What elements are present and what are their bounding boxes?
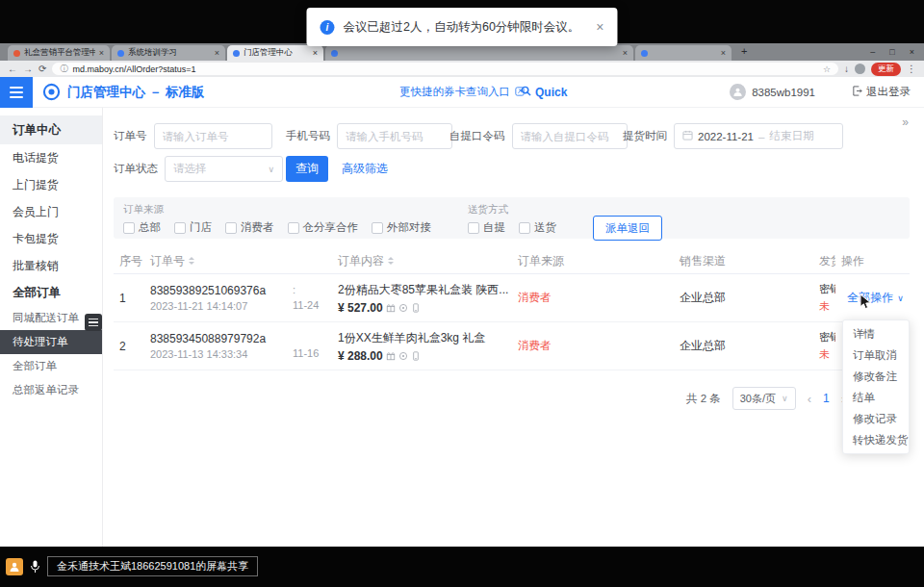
sort-icon[interactable] [388,257,394,265]
order-no-label: 订单号 [114,129,147,143]
close-window-button[interactable]: × [910,47,914,57]
sidebar-item-card-pickup[interactable]: 卡包提货 [0,225,102,252]
checkbox-icon[interactable] [225,222,237,234]
back-icon[interactable]: ← [8,64,17,74]
browser-tab-5[interactable]: × [635,45,732,61]
browser-tab-1[interactable]: 礼盒营销平台管理中心 × [8,45,110,61]
pickup-date-range-input[interactable]: 2022-11-21 – 结束日期 [674,123,843,149]
order-no-input[interactable] [154,123,272,149]
checkbox-icon[interactable] [468,222,479,234]
col-actions: 操作 [835,248,910,273]
browser-tab-4[interactable]: × [325,45,633,61]
order-number: 83859345088979792a [150,332,287,345]
sidebar-item-door-pickup[interactable]: 上门提货 [0,171,102,198]
browser-tab-3-active[interactable]: 门店管理中心 × [227,45,323,61]
maximize-button[interactable]: □ [889,47,894,57]
tab-close-icon[interactable]: × [721,48,726,58]
sidebar-group-order-center[interactable]: 订单中心 [0,115,102,144]
phone-icon [411,303,421,313]
downloads-icon[interactable]: ↓ [844,64,849,74]
phone-input[interactable] [337,123,452,149]
menu-item-express-ship[interactable]: 转快递发货 [843,429,909,450]
new-tab-button[interactable]: + [741,45,747,57]
total-count: 共 2 条 [686,392,721,406]
col-index: 序号 [114,248,144,273]
date-separator: – [758,131,764,142]
sort-icon[interactable] [189,257,194,265]
col-sales-channel: 销售渠道 [674,248,813,273]
refresh-icon[interactable]: ⟳ [38,64,46,74]
quick-label: Quick [535,86,567,99]
sidebar-item-batch-verify[interactable]: 批量核销 [0,252,102,279]
main-content: » 订单号 手机号码 自提口令码 提货时间 [103,108,924,547]
checkbox-icon[interactable] [174,222,186,234]
pickup-code-input[interactable] [512,123,628,149]
search-icon [521,86,531,99]
sidebar-item-all-orders[interactable]: 全部订单 [0,354,102,378]
collapse-panel-icon[interactable]: » [902,115,909,129]
hamburger-menu-icon[interactable] [0,77,33,108]
order-row-1[interactable]: 1 83859389251069376a 2023-11-21 14:14:07… [114,274,910,322]
logout-icon [852,86,862,98]
update-button[interactable]: 更新 [871,63,901,76]
logout-button[interactable]: 退出登录 [852,85,911,99]
user-avatar-icon[interactable] [730,84,746,100]
promo-link[interactable]: 更快捷的券卡查询入口 [399,85,525,99]
menu-item-edit-note[interactable]: 修改备注 [843,366,909,387]
meeting-toast: i 会议已超过2人，自动转为60分钟限时会议。 × [306,8,617,46]
menu-item-cancel-order[interactable]: 订单取消 [843,345,909,366]
sidebar-item-member-visit[interactable]: 会员上门 [0,198,102,225]
checkbox-icon[interactable] [288,222,299,234]
search-button[interactable]: 查询 [286,156,328,182]
menu-item-close-order[interactable]: 结单 [843,387,909,408]
browser-tab-2[interactable]: 系统培训学习 × [112,45,225,61]
dispatch-return-button[interactable]: 派单退回 [593,216,662,241]
order-source-label: 订单来源 [123,203,445,217]
sidebar-item-pending-orders[interactable]: 待处理订单 [0,330,102,354]
order-created-time: 2023-11-21 14:14:07 [150,300,287,312]
checkbox-hq[interactable]: 总部 [123,220,161,235]
checkbox-warehouse-share[interactable]: 仓分享合作 [288,220,359,235]
page-number[interactable]: 1 [823,392,830,405]
prev-page-icon[interactable]: ‹ [808,392,811,406]
checkbox-delivery[interactable]: 送货 [519,220,556,235]
page-size-select[interactable]: 30条/页 ∨ [732,387,796,410]
browser-menu-kebab-icon[interactable]: ⋮ [907,64,916,74]
menu-item-details[interactable]: 详情 [843,323,909,345]
url-field[interactable]: ⓘ md.maboy.cn/AllOrder?status=1 ☆ [52,63,838,75]
quick-search-link[interactable]: Quick [521,86,567,99]
tab-close-icon[interactable]: × [313,48,318,58]
checkbox-icon[interactable] [372,222,383,234]
site-info-icon[interactable]: ⓘ [60,64,67,74]
checkbox-self-pickup[interactable]: 自提 [468,220,505,235]
bookmark-star-icon[interactable]: ☆ [823,64,831,74]
checkbox-store[interactable]: 门店 [174,220,212,235]
order-price: ¥ 288.00 [338,349,383,363]
sidebar-group-all-orders[interactable]: 全部订单 [0,279,102,306]
filter-phone: 手机号码 [286,123,452,149]
forward-icon[interactable]: → [23,64,33,74]
advanced-filter-link[interactable]: 高级筛选 [342,161,388,177]
sidebar-item-hq-return-records[interactable]: 总部返单记录 [0,378,102,402]
filter-order-no: 订单号 [114,123,272,149]
microphone-icon[interactable] [30,560,40,574]
sidebar-item-phone-pickup[interactable]: 电话提货 [0,144,102,171]
checkbox-external[interactable]: 外部对接 [372,220,431,235]
tab-close-icon[interactable]: × [623,48,628,58]
filter-pickup-time: 提货时间 2022-11-21 – 结束日期 [623,123,843,149]
sales-channel: 企业总部 [680,290,813,306]
checkbox-icon[interactable] [123,222,135,234]
tab-close-icon[interactable]: × [215,48,219,58]
checkbox-label: 自提 [483,220,505,235]
toast-close-icon[interactable]: × [596,19,603,35]
checkbox-consumer[interactable]: 消费者 [225,220,274,235]
tab-close-icon[interactable]: × [99,48,104,58]
promo-text: 更快捷的券卡查询入口 [399,85,510,99]
sidebar-drag-handle-icon[interactable] [85,314,102,331]
col-order-source: 订单来源 [512,248,674,273]
menu-item-edit-history[interactable]: 修改记录 [843,408,909,429]
checkbox-icon[interactable] [519,222,530,234]
order-row-2[interactable]: 2 83859345088979792a 2023-11-13 14:33:34… [114,322,910,370]
minimize-button[interactable]: – [870,47,875,57]
browser-profile-icon[interactable] [855,64,865,74]
